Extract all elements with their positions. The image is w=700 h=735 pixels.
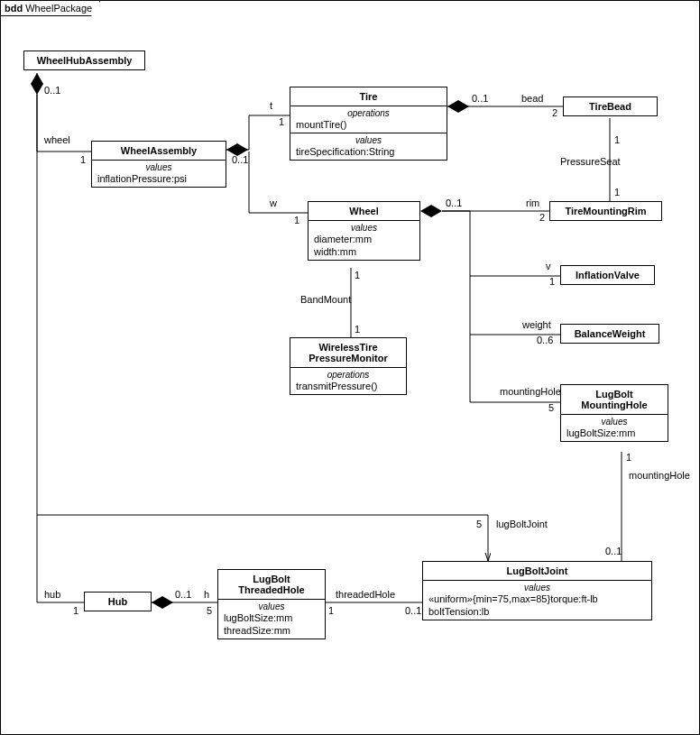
- bdd-frame: bdd WheelPackage WheelHubAssembly WheelA…: [0, 0, 700, 735]
- section-caption: values: [428, 583, 646, 593]
- role-label: lugBoltJoint: [496, 519, 548, 529]
- block-tire-bead[interactable]: TireBead: [563, 96, 658, 116]
- value-row: boltTension:lb: [428, 605, 646, 618]
- role-label: v: [546, 261, 551, 271]
- value-row: diameter:mm: [314, 233, 414, 245]
- mult-label: 5: [476, 519, 482, 529]
- section-caption: values: [296, 135, 441, 145]
- role-label: threadedHole: [336, 589, 395, 600]
- section-caption: values: [224, 602, 319, 611]
- mult-label: 0..6: [537, 335, 553, 345]
- section-caption: values: [566, 417, 662, 427]
- value-row: tireSpecification:String: [296, 145, 441, 158]
- block-title: TireMountingRim: [550, 202, 661, 220]
- assoc-label: BandMount: [300, 294, 351, 305]
- frame-name: WheelPackage: [25, 3, 92, 14]
- block-lugbolt-joint[interactable]: LugBoltJoint values «uniform»{min=75,max…: [422, 561, 652, 620]
- mult-label: 1: [626, 452, 631, 463]
- value-row: lugBoltSize:mm: [566, 427, 662, 439]
- value-row: threadSize:mm: [224, 624, 319, 637]
- frame-prefix: bdd: [5, 3, 23, 14]
- mult-label: 5: [207, 605, 212, 616]
- block-wheel-assembly[interactable]: WheelAssembly values inflationPressure:p…: [91, 141, 226, 188]
- mult-label: 5: [548, 402, 554, 413]
- block-title: Hub: [85, 593, 151, 611]
- section-caption: operations: [296, 108, 441, 118]
- mult-label: 1: [614, 187, 620, 198]
- block-balance-weight[interactable]: BalanceWeight: [560, 324, 659, 344]
- value-row: «uniform»{min=75,max=85}torque:ft-lb: [428, 593, 646, 605]
- role-label: weight: [522, 319, 551, 330]
- block-lugbolt-threaded-hole[interactable]: LugBolt ThreadedHole values lugBoltSize:…: [217, 569, 326, 639]
- section-caption: values: [314, 223, 414, 233]
- role-label: rim: [526, 198, 539, 208]
- role-label: h: [204, 589, 209, 600]
- block-title: WheelAssembly: [92, 142, 226, 161]
- role-label: mountingHole: [500, 386, 561, 397]
- block-title: BalanceWeight: [561, 325, 659, 343]
- block-tire[interactable]: Tire operations mountTire() values tireS…: [290, 87, 447, 161]
- value-row: width:mm: [314, 245, 414, 258]
- mult-label: 1: [294, 215, 299, 225]
- mult-label: 1: [328, 605, 334, 616]
- value-row: lugBoltSize:mm: [224, 611, 319, 624]
- block-wheel-hub-assembly[interactable]: WheelHubAssembly: [23, 51, 145, 70]
- mult-label: 0..1: [446, 198, 462, 208]
- mult-label: 0..1: [175, 589, 191, 600]
- block-title: WirelessTire PressureMonitor: [290, 338, 406, 368]
- block-inflation-valve[interactable]: InflationValve: [560, 265, 655, 285]
- mult-label: 0..1: [605, 546, 622, 556]
- block-title: LugBolt ThreadedHole: [218, 570, 325, 600]
- frame-label: bdd WheelPackage: [1, 1, 100, 16]
- value-row: inflationPressure:psi: [97, 172, 220, 185]
- mult-label: 1: [549, 276, 555, 287]
- block-title: TireBead: [564, 97, 657, 115]
- op-row: mountTire(): [296, 118, 441, 131]
- mult-label: 0..1: [405, 605, 421, 616]
- mult-label: 0..1: [44, 85, 60, 96]
- block-title: WheelHubAssembly: [24, 51, 144, 69]
- block-title: Tire: [290, 87, 447, 106]
- role-label: w: [270, 198, 277, 208]
- section-caption: values: [97, 162, 220, 172]
- block-tire-mounting-rim[interactable]: TireMountingRim: [549, 201, 662, 221]
- block-wireless-monitor[interactable]: WirelessTire PressureMonitor operations …: [290, 337, 407, 395]
- block-lugbolt-mounting-hole[interactable]: LugBolt MountingHole values lugBoltSize:…: [560, 384, 668, 442]
- block-title: LugBoltJoint: [423, 562, 651, 581]
- role-label: t: [270, 100, 272, 111]
- mult-label: 1: [73, 605, 78, 616]
- section-caption: operations: [296, 370, 401, 380]
- block-wheel[interactable]: Wheel values diameter:mm width:mm: [308, 201, 420, 261]
- op-row: transmitPressure(): [296, 380, 401, 392]
- mult-label: 2: [539, 212, 545, 223]
- mult-label: 1: [279, 116, 284, 127]
- role-label: mountingHole: [629, 470, 690, 481]
- mult-label: 2: [552, 107, 557, 118]
- role-label: wheel: [44, 134, 70, 145]
- mult-label: 1: [355, 270, 360, 280]
- assoc-label: PressureSeat: [560, 156, 621, 167]
- mult-label: 1: [355, 324, 360, 335]
- mult-label: 1: [80, 154, 86, 165]
- mult-label: 0..1: [232, 154, 248, 165]
- mult-label: 0..1: [472, 93, 488, 104]
- block-hub[interactable]: Hub: [84, 592, 152, 611]
- role-label: bead: [521, 93, 543, 104]
- block-title: Wheel: [309, 202, 419, 221]
- block-title: InflationValve: [561, 266, 654, 284]
- mult-label: 1: [614, 134, 620, 145]
- role-label: hub: [44, 589, 60, 600]
- block-title: LugBolt MountingHole: [561, 385, 668, 415]
